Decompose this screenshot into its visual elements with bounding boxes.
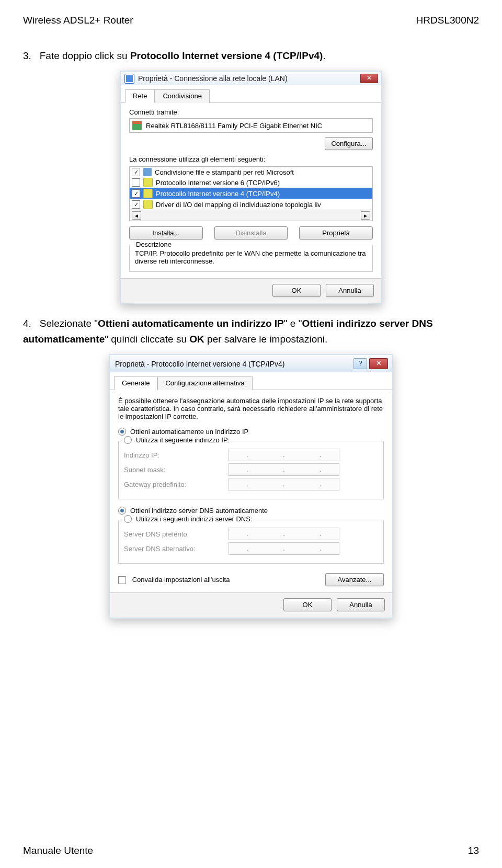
doc-header-left: Wireless ADSL2+ Router xyxy=(23,15,133,26)
cancel-button[interactable]: Annulla xyxy=(337,598,385,611)
scroll-left-icon[interactable]: ◄ xyxy=(132,211,141,220)
tab-config-alt[interactable]: Configurazione alternativa xyxy=(157,376,252,390)
list-item[interactable]: Protocollo Internet versione 6 (TCP/IPv6… xyxy=(130,177,372,188)
description-text: TCP/IP. Protocollo predefinito per le WA… xyxy=(135,249,367,265)
mask-label: Subnet mask: xyxy=(124,466,229,474)
intro-text: È possibile ottenere l'assegnazione auto… xyxy=(118,397,384,420)
radio-auto-ip[interactable]: Ottieni automaticamente un indirizzo IP xyxy=(118,428,384,436)
protocol-icon xyxy=(143,200,153,209)
radio-manual-ip[interactable]: Utilizza il seguente indirizzo IP: xyxy=(122,436,232,444)
protocol-icon xyxy=(143,189,153,198)
components-list[interactable]: Condivisione file e stampanti per reti M… xyxy=(129,166,373,221)
mask-field: ... xyxy=(229,463,339,476)
checkbox-icon[interactable] xyxy=(132,178,140,187)
scroll-right-icon[interactable]: ► xyxy=(361,211,370,220)
checkbox-icon xyxy=(118,576,126,584)
validate-checkbox[interactable]: Convalida impostazioni all'uscita xyxy=(118,576,230,584)
checkbox-icon[interactable] xyxy=(132,189,140,198)
step-4: 4. Selezionate "Ottieni automaticamente … xyxy=(23,316,479,347)
close-button[interactable]: ✕ xyxy=(369,358,388,369)
nic-box[interactable]: Realtek RTL8168/8111 Family PCI-E Gigabi… xyxy=(129,118,373,133)
checkbox-icon[interactable] xyxy=(132,168,140,176)
connect-via-label: Connetti tramite: xyxy=(129,108,373,116)
tab-rete[interactable]: Rete xyxy=(125,89,155,103)
gateway-field: ... xyxy=(229,478,339,490)
dns1-field: ... xyxy=(229,528,339,540)
radio-manual-dns[interactable]: Utilizza i seguenti indirizzi server DNS… xyxy=(122,515,255,523)
list-item[interactable]: Condivisione file e stampanti per reti M… xyxy=(130,167,372,177)
titlebar: Proprietà - Connessione alla rete locale… xyxy=(121,72,381,85)
ip-label: Indirizzo IP: xyxy=(124,451,229,459)
tab-generale[interactable]: Generale xyxy=(114,376,157,390)
ip-field: ... xyxy=(229,449,339,461)
radio-icon xyxy=(118,507,126,515)
uses-label: La connessione utilizza gli elementi seg… xyxy=(129,155,373,163)
tab-condivisione[interactable]: Condivisione xyxy=(155,89,209,103)
ipv4-properties-dialog: Proprietà - Protocollo Internet versione… xyxy=(109,354,393,619)
radio-icon xyxy=(124,436,132,444)
uninstall-button: Disinstalla xyxy=(214,226,288,239)
dialog-title: Proprietà - Connessione alla rete locale… xyxy=(138,74,288,83)
ok-button[interactable]: OK xyxy=(272,284,321,297)
dialog-title: Proprietà - Protocollo Internet versione… xyxy=(115,360,284,368)
nic-icon xyxy=(132,121,142,130)
dns2-field: ... xyxy=(229,542,339,555)
footer-right: 13 xyxy=(468,845,479,856)
protocol-icon xyxy=(143,178,153,187)
radio-auto-dns[interactable]: Ottieni indirizzo server DNS automaticam… xyxy=(118,507,384,515)
nic-name: Realtek RTL8168/8111 Family PCI-E Gigabi… xyxy=(146,122,322,130)
dns1-label: Server DNS preferito: xyxy=(124,530,229,538)
list-item[interactable]: Driver di I/O del mapping di individuazi… xyxy=(130,199,372,210)
gateway-label: Gateway predefinito: xyxy=(124,481,229,488)
checkbox-icon[interactable] xyxy=(132,200,140,209)
configure-button[interactable]: Configura... xyxy=(325,137,373,150)
share-icon xyxy=(143,168,152,176)
close-button[interactable]: ✕ xyxy=(360,74,378,83)
ok-button[interactable]: OK xyxy=(283,598,332,611)
install-button[interactable]: Installa... xyxy=(129,226,203,239)
properties-button[interactable]: Proprietà xyxy=(299,226,373,239)
cancel-button[interactable]: Annulla xyxy=(326,284,374,297)
lan-properties-dialog: Proprietà - Connessione alla rete locale… xyxy=(120,71,382,304)
help-button[interactable]: ? xyxy=(353,358,367,369)
radio-icon xyxy=(124,515,132,523)
shield-icon xyxy=(125,74,134,83)
advanced-button[interactable]: Avanzate... xyxy=(325,573,384,586)
dns2-label: Server DNS alternativo: xyxy=(124,545,229,553)
horizontal-scrollbar[interactable]: ◄ ► xyxy=(130,210,372,221)
doc-header-right: HRDSL300N2 xyxy=(416,15,479,26)
description-group: Descrizione TCP/IP. Protocollo predefini… xyxy=(129,245,373,272)
radio-icon xyxy=(118,428,126,436)
footer-left: Manuale Utente xyxy=(23,845,93,856)
titlebar: Proprietà - Protocollo Internet versione… xyxy=(110,355,392,372)
step-3: 3. Fate doppio click su Protocollo Inter… xyxy=(23,48,479,63)
list-item-selected[interactable]: Protocollo Internet versione 4 (TCP/IPv4… xyxy=(130,188,372,199)
